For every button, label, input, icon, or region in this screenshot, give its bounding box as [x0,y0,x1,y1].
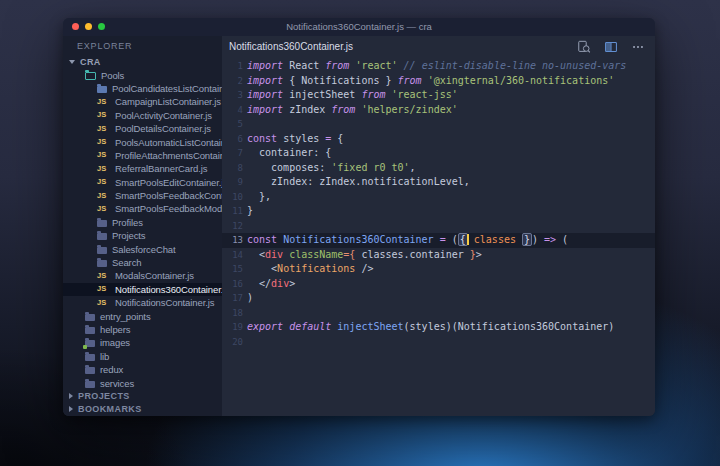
line-number: 6 [222,132,243,147]
tree-item-redux[interactable]: redux [63,363,222,376]
section-label: BOOKMARKS [78,404,142,414]
tree-item-services[interactable]: services [63,376,222,389]
tree-item-campaignlistcontainer-js[interactable]: JSCampaignListContainer.js [63,95,222,108]
line-number: 3 [222,88,243,103]
code-line-18[interactable]: 18 [222,306,655,321]
more-actions-icon[interactable] [630,39,645,54]
code-line-6[interactable]: 6const styles = { [222,132,655,147]
code-line-7[interactable]: 7 container: { [222,146,655,161]
line-content: composes: 'fixed r0 t0', [247,161,416,176]
tree-item-label: Profiles [112,217,143,228]
folder-sub-icon [97,86,107,93]
chevron-down-icon [69,60,75,64]
tree-item-label: images [100,337,130,348]
split-editor-icon[interactable] [603,39,618,54]
tree-item-modalscontainer-js[interactable]: JSModalsContainer.js [63,269,222,282]
line-content: } [247,204,253,219]
line-content: }, [247,190,271,205]
js-icon: JS [97,272,110,280]
code-line-17[interactable]: 17) [222,291,655,306]
line-number: 10 [222,190,243,205]
code-line-2[interactable]: 2import { Notifications } from '@xingter… [222,74,655,89]
tree-item-label: NotificationsContainer.js [115,297,214,308]
code-line-19[interactable]: 19export default injectSheet(styles)(Not… [222,320,655,335]
tree-item-poolcandidateslistcontain[interactable]: PoolCandidatesListContain... [63,82,222,95]
tree-item-lib[interactable]: lib [63,350,222,363]
tree-item-label: PoolCandidatesListContain... [112,83,222,94]
close-button[interactable] [72,23,79,30]
tree-item-label: ModalsContainer.js [115,270,194,281]
tree-item-images[interactable]: images [63,336,222,349]
tree-item-label: redux [100,364,123,375]
code-line-5[interactable]: 5 [222,117,655,132]
code-line-3[interactable]: 3import injectSheet from 'react-jss' [222,88,655,103]
tree-item-poolsautomaticlistcontain[interactable]: JSPoolsAutomaticListContain... [63,135,222,148]
code-line-13[interactable]: 13const Notifications360Container = ({ c… [222,233,655,248]
code-line-16[interactable]: 16 </div> [222,277,655,292]
open-preview-icon[interactable] [576,39,591,54]
tree-item-projects[interactable]: Projects [63,229,222,242]
editor-actions [576,39,655,54]
code-line-4[interactable]: 4import zIndex from 'helpers/zindex' [222,103,655,118]
tree-item-cra[interactable]: CRA [63,55,222,68]
line-number: 16 [222,277,243,292]
folder-icon [97,247,107,254]
folder-icon [85,327,95,334]
tree-item-pools[interactable]: Pools [63,68,222,81]
tree-item-pooldetailscontainer-js[interactable]: JSPoolDetailsContainer.js [63,122,222,135]
tree-item-smartpoolsfeedbackmoda[interactable]: JSSmartPoolsFeedbackModa... [63,202,222,215]
zoom-button[interactable] [98,23,105,30]
code-line-14[interactable]: 14 <div className={ classes.container }> [222,248,655,263]
tree-item-referralbannercard-js[interactable]: JSReferralBannerCard.js [63,162,222,175]
sidebar-sections: PROJECTSBOOKMARKS [63,390,222,416]
line-content: import zIndex from 'helpers/zindex' [247,103,458,118]
tree-item-profileattachmentscontain[interactable]: JSProfileAttachmentsContain... [63,149,222,162]
line-number: 12 [222,219,243,234]
tree-item-label: SmartPoolsFeedbackModa... [115,203,222,214]
tree-item-salesforcechat[interactable]: SalesforceChat [63,242,222,255]
code-line-10[interactable]: 10 }, [222,190,655,205]
code-area[interactable]: 1import React from 'react' // eslint-dis… [222,57,655,416]
line-content: export default injectSheet(styles)(Notif… [247,320,614,335]
chevron-right-icon [69,406,73,412]
explorer-header: EXPLORER [63,36,222,55]
folder-icon [97,220,107,227]
tree-item-smartpoolsfeedbackconta[interactable]: JSSmartPoolsFeedbackConta... [63,189,222,202]
tree-item-label: Search [112,257,142,268]
code-line-11[interactable]: 11} [222,204,655,219]
tree-item-label: CampaignListContainer.js [115,96,221,107]
tree-item-profiles[interactable]: Profiles [63,216,222,229]
code-line-15[interactable]: 15 <Notifications /> [222,262,655,277]
window-titlebar[interactable]: Notifications360Container.js — cra [63,18,655,36]
js-icon: JS [97,165,110,173]
tree-item-label: SalesforceChat [112,244,176,255]
code-line-9[interactable]: 9 zIndex: zIndex.notificationLevel, [222,175,655,190]
line-content: zIndex: zIndex.notificationLevel, [247,175,470,190]
line-number: 18 [222,306,243,321]
minimize-button[interactable] [85,23,92,30]
tree-item-helpers[interactable]: helpers [63,323,222,336]
section-bookmarks[interactable]: BOOKMARKS [63,403,222,416]
line-number: 9 [222,175,243,190]
tree-item-poolactivitycontainer-js[interactable]: JSPoolActivityContainer.js [63,109,222,122]
tree-item-label: helpers [100,324,130,335]
line-content: <div className={ classes.container }> [247,248,482,263]
folder-icon [85,340,95,347]
code-line-12[interactable]: 12 [222,219,655,234]
tab-notifications360container[interactable]: Notifications360Container.js [222,41,363,52]
js-icon: JS [97,285,110,293]
line-content: import injectSheet from 'react-jss' [247,88,458,103]
tree-item-label: ProfileAttachmentsContain... [115,150,222,161]
code-line-1[interactable]: 1import React from 'react' // eslint-dis… [222,59,655,74]
line-number: 4 [222,103,243,118]
tree-item-notifications360container-js[interactable]: JSNotifications360Container.js [63,283,222,296]
tree-item-entry-points[interactable]: entry_points [63,309,222,322]
code-line-8[interactable]: 8 composes: 'fixed r0 t0', [222,161,655,176]
tree-item-notificationscontainer-js[interactable]: JSNotificationsContainer.js [63,296,222,309]
code-line-20[interactable]: 20 [222,335,655,350]
tree-item-label: Projects [112,230,146,241]
tree-item-label: services [100,378,134,389]
tree-item-smartpoolseditcontainer-js[interactable]: JSSmartPoolsEditContainer.js [63,176,222,189]
tree-item-search[interactable]: Search [63,256,222,269]
section-projects[interactable]: PROJECTS [63,390,222,403]
